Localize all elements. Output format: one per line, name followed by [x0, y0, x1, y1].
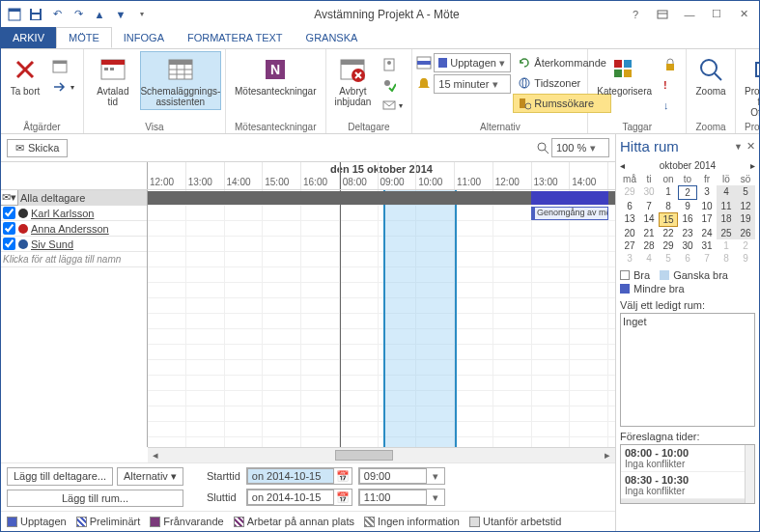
calendar-day[interactable]: 4: [717, 185, 736, 200]
attendee-checkbox[interactable]: [3, 207, 15, 219]
address-book-button[interactable]: [378, 55, 408, 74]
categorize-button[interactable]: Kategorisera: [592, 51, 657, 99]
calendar-day[interactable]: 1: [659, 185, 678, 200]
start-date-input[interactable]: on 2014-10-15📅: [246, 467, 352, 485]
scheduling-assistant-button[interactable]: Schemaläggnings- assistenten: [140, 51, 221, 110]
calendar-day[interactable]: 9: [736, 252, 755, 265]
calendar-day[interactable]: 10: [697, 200, 717, 212]
calendar-day[interactable]: 29: [659, 239, 678, 252]
attendee-row[interactable]: Karl Karlsson: [1, 206, 147, 221]
attendee-menu-icon[interactable]: ✉▾: [1, 190, 18, 205]
calendar-day[interactable]: 11: [717, 200, 736, 212]
appointment-button[interactable]: Avtalad tid: [88, 51, 138, 110]
add-attendee-row[interactable]: Klicka för att lägga till namn: [1, 252, 147, 267]
scroll-thumb[interactable]: [335, 450, 393, 461]
tab-granska[interactable]: GRANSKA: [295, 27, 370, 48]
forward-small-button[interactable]: ▾: [47, 77, 79, 97]
calendar-day[interactable]: 5: [659, 252, 678, 265]
calendar-day[interactable]: 8: [717, 252, 736, 265]
close-icon[interactable]: ✕: [732, 5, 755, 24]
calendar-day[interactable]: 6: [678, 252, 697, 265]
pane-close-icon[interactable]: ✕: [746, 140, 755, 153]
cancel-invite-button[interactable]: Avbryt inbjudan: [330, 51, 377, 110]
timeline-scrollbar[interactable]: ◂ ▸: [148, 447, 615, 462]
calendar-day[interactable]: 19: [736, 212, 755, 227]
help-icon[interactable]: ?: [624, 5, 647, 24]
start-time-input[interactable]: 09:00▾: [358, 467, 445, 485]
suggestions-scrollbar[interactable]: [745, 445, 754, 503]
send-button[interactable]: ✉Skicka: [7, 139, 68, 157]
calendar-day[interactable]: 9: [678, 200, 697, 212]
up-icon[interactable]: ▲: [92, 7, 107, 22]
room-list[interactable]: Inget: [620, 313, 755, 427]
meeting-time-selection[interactable]: [383, 190, 457, 447]
calendar-day[interactable]: 5: [736, 185, 755, 200]
prev-month-icon[interactable]: ◂: [620, 160, 625, 171]
tab-formatera[interactable]: FORMATERA TEXT: [176, 27, 295, 48]
show-as-combo[interactable]: Upptagen▾: [434, 53, 511, 72]
pane-menu-icon[interactable]: ▼: [734, 142, 743, 152]
down-icon[interactable]: ▼: [113, 7, 128, 22]
calendar-day[interactable]: 2: [736, 239, 755, 252]
calendar-day[interactable]: 21: [639, 227, 659, 239]
calendar-day[interactable]: 30: [639, 185, 659, 200]
calendar-day[interactable]: 29: [620, 185, 639, 200]
end-date-input[interactable]: on 2014-10-15📅: [246, 489, 352, 506]
calendar-day[interactable]: 3: [620, 252, 639, 265]
calendar-day[interactable]: 31: [697, 239, 717, 252]
add-rooms-button[interactable]: Lägg till rum...: [7, 490, 183, 507]
calendar-day[interactable]: 14: [639, 212, 659, 227]
calendar-day[interactable]: 12: [736, 200, 755, 212]
calendar-day[interactable]: 26: [736, 227, 755, 239]
meeting-notes-button[interactable]: N Mötesanteckningar: [230, 51, 322, 99]
calendar-picker-icon[interactable]: 📅: [334, 470, 352, 483]
calendar-day[interactable]: 7: [639, 200, 659, 212]
suggestion-item[interactable]: 08:30 - 10:30Inga konflikter: [621, 472, 754, 499]
save-icon[interactable]: [28, 7, 43, 22]
calendar-day[interactable]: 3: [697, 185, 717, 200]
calendar-day[interactable]: 13: [620, 212, 639, 227]
zoom-button[interactable]: Zooma: [690, 51, 731, 99]
appointment-block[interactable]: Genomgång av mö: [531, 207, 608, 220]
apps-button[interactable]: Program för Office: [740, 51, 760, 121]
calendar-day[interactable]: 23: [678, 227, 697, 239]
timeline-body[interactable]: Genomgång av mö: [148, 190, 615, 447]
scroll-right-icon[interactable]: ▸: [600, 448, 615, 462]
calendar-day[interactable]: 15: [659, 212, 678, 227]
high-importance-button[interactable]: !: [659, 75, 682, 95]
calendar-day[interactable]: 25: [717, 227, 736, 239]
calendar-day[interactable]: 27: [620, 239, 639, 252]
attendee-checkbox[interactable]: [3, 222, 15, 235]
reminder-combo[interactable]: 15 minuter▾: [434, 74, 511, 94]
redo-icon[interactable]: ↷: [70, 7, 86, 22]
suggested-times-list[interactable]: 08:00 - 10:00Inga konflikter08:30 - 10:3…: [620, 444, 755, 504]
attendee-name[interactable]: Anna Andersson: [31, 223, 109, 235]
calendar-picker-icon[interactable]: 📅: [334, 491, 352, 504]
scroll-left-icon[interactable]: ◂: [148, 448, 163, 462]
calendar-day[interactable]: 30: [678, 239, 697, 252]
response-options-button[interactable]: ▾: [378, 96, 408, 115]
private-button[interactable]: [659, 55, 682, 74]
tab-mote[interactable]: MÖTE: [56, 27, 112, 48]
end-time-input[interactable]: 11:00▾: [358, 489, 445, 506]
low-importance-button[interactable]: ↓: [659, 96, 682, 115]
delete-button[interactable]: Ta bort: [5, 51, 45, 99]
calendar-day[interactable]: 2: [678, 185, 697, 200]
attendee-name[interactable]: Siv Sund: [31, 238, 73, 250]
calendar-day[interactable]: 6: [620, 200, 639, 212]
calendar-day[interactable]: 22: [659, 227, 678, 239]
undo-icon[interactable]: ↶: [49, 7, 65, 22]
attendee-row[interactable]: Siv Sund: [1, 237, 147, 252]
check-names-button[interactable]: [378, 75, 408, 95]
suggestion-item[interactable]: 09:00 - 11:00Inga konflikter: [621, 499, 754, 504]
maximize-icon[interactable]: ☐: [705, 5, 728, 24]
calendar-small-button[interactable]: [47, 57, 79, 76]
zoom-control[interactable]: 100 %▾: [536, 138, 609, 157]
suggestion-item[interactable]: 08:00 - 10:00Inga konflikter: [621, 445, 754, 472]
minimize-icon[interactable]: —: [678, 5, 701, 24]
calendar-day[interactable]: 8: [659, 200, 678, 212]
next-month-icon[interactable]: ▸: [750, 160, 755, 171]
calendar-day[interactable]: 4: [639, 252, 659, 265]
attendee-name[interactable]: Karl Karlsson: [31, 208, 94, 219]
attendee-checkbox[interactable]: [3, 238, 15, 250]
